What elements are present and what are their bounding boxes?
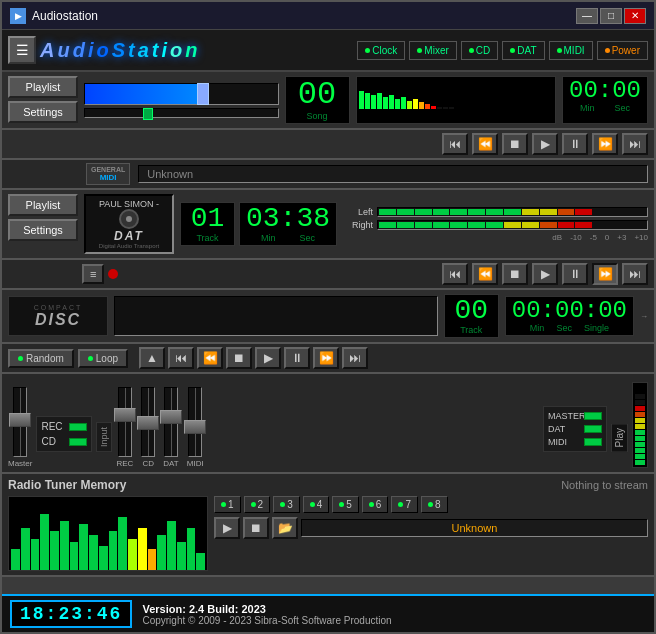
clock-button[interactable]: Clock bbox=[357, 41, 405, 60]
midi-nav-button[interactable]: MIDI bbox=[549, 41, 593, 60]
radio-open-button[interactable]: 📂 bbox=[272, 517, 298, 539]
dat-transport-row: ≡ ⏮ ⏪ ⏹ ▶ ⏸ ⏩ ⏭ bbox=[2, 260, 654, 290]
master-fader-track[interactable] bbox=[13, 387, 27, 457]
version-info: Version: 2.4 Build: 2023 bbox=[142, 603, 391, 615]
rec-led bbox=[69, 423, 87, 431]
dat-sec-label: Sec bbox=[300, 233, 316, 243]
midi-ch-label: MIDI bbox=[548, 437, 580, 447]
mixer-nav-button[interactable]: Mixer bbox=[409, 41, 456, 60]
preset-1-button[interactable]: 1 bbox=[214, 496, 241, 513]
dat-menu-button[interactable]: ≡ bbox=[82, 264, 104, 284]
preset-8-button[interactable]: 8 bbox=[421, 496, 448, 513]
general-midi-row: GENERAL MIDI Unknown bbox=[2, 160, 654, 190]
dat-track-label: Track bbox=[196, 233, 218, 243]
master-fader-thumb[interactable] bbox=[9, 413, 31, 427]
dat-ff-button[interactable]: ⏩ bbox=[592, 263, 618, 285]
input-label: Input bbox=[96, 422, 112, 452]
dat-next-button[interactable]: ⏭ bbox=[622, 263, 648, 285]
midi-play-button[interactable]: ▶ bbox=[532, 133, 558, 155]
master-section: MASTER DAT MIDI bbox=[543, 406, 607, 452]
preset-7-button[interactable]: 7 bbox=[391, 496, 418, 513]
stream-status: Nothing to stream bbox=[561, 479, 648, 491]
db-label: dB bbox=[552, 233, 562, 242]
maximize-button[interactable]: □ bbox=[600, 8, 622, 24]
random-button[interactable]: Random bbox=[8, 349, 74, 368]
master-fader-group: Master bbox=[8, 387, 32, 468]
dat-pause-button[interactable]: ⏸ bbox=[562, 263, 588, 285]
minimize-button[interactable]: — bbox=[576, 8, 598, 24]
rec-channel-label: REC bbox=[41, 421, 65, 432]
rec-fader-track[interactable] bbox=[118, 387, 132, 457]
cd-play-button[interactable]: ▶ bbox=[255, 347, 281, 369]
midi-ch-led bbox=[584, 438, 602, 446]
dat-settings-button[interactable]: Settings bbox=[8, 219, 78, 241]
db-plus3: +3 bbox=[617, 233, 626, 242]
dat-display-panel: PAUL SIMON - DAT Digital Audio Transport bbox=[84, 194, 174, 254]
song-slider[interactable] bbox=[84, 83, 279, 105]
radio-section: Radio Tuner Memory Nothing to stream bbox=[2, 474, 654, 577]
dat-vu-panel: Left Right dB -10 -5 0 +3 +10 bbox=[343, 194, 648, 254]
midi-forward-button[interactable]: ⏩ bbox=[592, 133, 618, 155]
dat-ch-label: DAT bbox=[548, 424, 580, 434]
dat-nav-button[interactable]: DAT bbox=[502, 41, 544, 60]
cd-transport-row: Random Loop ▲ ⏮ ⏪ ⏹ ▶ ⏸ ⏩ ⏭ bbox=[2, 344, 654, 374]
midi-stop-button[interactable]: ⏹ bbox=[502, 133, 528, 155]
loop-button[interactable]: Loop bbox=[78, 349, 128, 368]
cd-skipback-button[interactable]: ⏮ bbox=[168, 347, 194, 369]
cd-ff-button[interactable]: ⏩ bbox=[313, 347, 339, 369]
dat-playlist-button[interactable]: Playlist bbox=[8, 194, 78, 216]
radio-stop-button[interactable]: ⏹ bbox=[243, 517, 269, 539]
dat-stop-button[interactable]: ⏹ bbox=[502, 263, 528, 285]
clock-display: 18:23:46 bbox=[10, 600, 132, 628]
preset-6-button[interactable]: 6 bbox=[362, 496, 389, 513]
midi-playlist-button[interactable]: Playlist bbox=[8, 76, 78, 98]
cd-rw-button[interactable]: ⏪ bbox=[197, 347, 223, 369]
preset-4-button[interactable]: 4 bbox=[303, 496, 330, 513]
preset-2-button[interactable]: 2 bbox=[244, 496, 271, 513]
midi-fader-track[interactable] bbox=[188, 387, 202, 457]
cd-next-button[interactable]: ⏭ bbox=[342, 347, 368, 369]
window: ▶ Audiostation — □ ✕ ☰ AudioStation Cloc… bbox=[0, 0, 656, 634]
topnav: ☰ AudioStation Clock Mixer CD DAT MIDI P… bbox=[2, 30, 654, 72]
midi-next-button[interactable]: ⏭ bbox=[622, 133, 648, 155]
cd-channel-label: CD bbox=[41, 436, 65, 447]
midi-rewind-button[interactable]: ⏪ bbox=[472, 133, 498, 155]
dat-rw-button[interactable]: ⏪ bbox=[472, 263, 498, 285]
song-label: Song bbox=[306, 111, 327, 121]
master-ch-led bbox=[584, 412, 602, 420]
dat-fader-group: DAT bbox=[163, 387, 178, 468]
midi-pause-button[interactable]: ⏸ bbox=[562, 133, 588, 155]
cd-fader-track[interactable] bbox=[141, 387, 155, 457]
dat-fader-track[interactable] bbox=[164, 387, 178, 457]
rec-fader-label: REC bbox=[116, 459, 133, 468]
menu-button[interactable]: ☰ bbox=[8, 36, 36, 64]
preset-5-button[interactable]: 5 bbox=[332, 496, 359, 513]
close-button[interactable]: ✕ bbox=[624, 8, 646, 24]
song-mini-slider[interactable] bbox=[84, 108, 279, 118]
master-label: Master bbox=[8, 459, 32, 468]
midi-fader-label: MIDI bbox=[187, 459, 204, 468]
midi-settings-button[interactable]: Settings bbox=[8, 101, 78, 123]
titlebar-icon: ▶ bbox=[10, 8, 26, 24]
cd-eject-button[interactable]: ▲ bbox=[139, 347, 165, 369]
dat-player-section: Playlist Settings PAUL SIMON - DAT Digit… bbox=[2, 190, 654, 260]
power-button[interactable]: Power bbox=[597, 41, 648, 60]
radio-play-button[interactable]: ▶ bbox=[214, 517, 240, 539]
mixer-section: Master REC CD Input REC bbox=[2, 374, 654, 474]
cd-player-section: COMPACT DISC 00 Track 00:00:00 Min Sec S… bbox=[2, 290, 654, 344]
cd-track-counter: 00 bbox=[449, 297, 494, 325]
gm-badge: GENERAL MIDI bbox=[86, 163, 130, 185]
master-ch-label: MASTER bbox=[548, 411, 580, 421]
dat-play-button[interactable]: ▶ bbox=[532, 263, 558, 285]
cd-pause-button[interactable]: ⏸ bbox=[284, 347, 310, 369]
gm-midi-label: MIDI bbox=[100, 174, 117, 183]
midi-prev-button[interactable]: ⏮ bbox=[442, 133, 468, 155]
cd-stop-button[interactable]: ⏹ bbox=[226, 347, 252, 369]
min-label: Min bbox=[580, 103, 595, 113]
play-vertical-label: Play bbox=[611, 423, 628, 452]
cd-nav-button[interactable]: CD bbox=[461, 41, 498, 60]
midi-player-section: Playlist Settings 00 Song bbox=[2, 72, 654, 130]
titlebar: ▶ Audiostation — □ ✕ bbox=[2, 2, 654, 30]
dat-skipback-button[interactable]: ⏮ bbox=[442, 263, 468, 285]
preset-3-button[interactable]: 3 bbox=[273, 496, 300, 513]
